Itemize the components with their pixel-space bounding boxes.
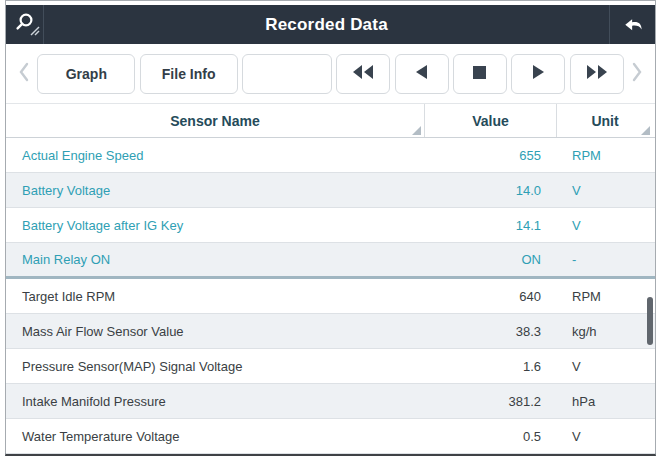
back-button[interactable] bbox=[609, 5, 655, 44]
sensor-name-cell: Battery Voltage bbox=[6, 183, 425, 198]
sensor-value-cell: 381.2 bbox=[425, 394, 557, 409]
step-back-button[interactable] bbox=[395, 54, 449, 94]
sensor-unit-cell: V bbox=[557, 218, 653, 233]
sensor-name-cell: Target Idle RPM bbox=[6, 289, 425, 304]
sensor-value-cell: 640 bbox=[425, 289, 557, 304]
table-row[interactable]: Intake Manifold Pressure 381.2 hPa bbox=[6, 384, 655, 419]
column-header-sensor-name[interactable]: Sensor Name bbox=[6, 104, 425, 137]
scroll-left-button[interactable] bbox=[15, 54, 33, 94]
sensor-unit-cell: hPa bbox=[557, 394, 653, 409]
sensor-name-cell: Intake Manifold Pressure bbox=[6, 394, 425, 409]
fast-forward-button[interactable] bbox=[570, 54, 624, 94]
table-row[interactable]: Battery Voltage after IG Key 14.1 V bbox=[6, 208, 655, 243]
column-label: Sensor Name bbox=[170, 113, 259, 129]
blank-button[interactable] bbox=[242, 54, 332, 94]
sensor-value-cell: 14.1 bbox=[425, 218, 557, 233]
column-header-unit[interactable]: Unit bbox=[557, 104, 653, 137]
stop-icon bbox=[472, 65, 487, 83]
sensor-value-cell: ON bbox=[425, 252, 557, 267]
fast-forward-icon bbox=[586, 64, 608, 83]
table-row[interactable]: Main Relay ON ON - bbox=[6, 243, 655, 279]
scroll-right-button[interactable] bbox=[628, 54, 646, 94]
sensor-unit-cell: RPM bbox=[557, 148, 653, 163]
sensor-value-cell: 655 bbox=[425, 148, 557, 163]
step-back-icon bbox=[414, 64, 430, 83]
search-button[interactable] bbox=[6, 5, 44, 44]
resize-handle-icon bbox=[30, 22, 40, 40]
sort-handle-icon bbox=[641, 126, 650, 135]
sensor-unit-cell: RPM bbox=[557, 289, 653, 304]
sensor-value-cell: 0.5 bbox=[425, 429, 557, 444]
table-row[interactable]: Battery Voltage 14.0 V bbox=[6, 173, 655, 208]
stop-button[interactable] bbox=[453, 54, 507, 94]
play-icon bbox=[530, 64, 546, 83]
sensor-name-cell: Battery Voltage after IG Key bbox=[6, 218, 425, 233]
sensor-unit-cell: V bbox=[557, 183, 653, 198]
play-button[interactable] bbox=[511, 54, 565, 94]
chevron-left-icon bbox=[18, 62, 30, 86]
sensor-name-cell: Main Relay ON bbox=[6, 252, 425, 267]
table-body: Actual Engine Speed 655 RPM Battery Volt… bbox=[6, 138, 655, 454]
column-label: Unit bbox=[591, 113, 618, 129]
sensor-name-cell: Water Temperature Voltage bbox=[6, 429, 425, 444]
sensor-value-cell: 14.0 bbox=[425, 183, 557, 198]
sensor-unit-cell: - bbox=[557, 252, 653, 267]
table-row[interactable]: Mass Air Flow Sensor Value 38.3 kg/h bbox=[6, 314, 655, 349]
table-row[interactable]: Actual Engine Speed 655 RPM bbox=[6, 138, 655, 173]
graph-button[interactable]: Graph bbox=[37, 54, 135, 94]
sensor-unit-cell: kg/h bbox=[557, 324, 653, 339]
recorded-data-window: Recorded Data Graph File Info bbox=[5, 0, 656, 456]
file-info-button[interactable]: File Info bbox=[140, 54, 238, 94]
sensor-value-cell: 1.6 bbox=[425, 359, 557, 374]
page-title: Recorded Data bbox=[44, 5, 609, 44]
table-header: Sensor Name Value Unit bbox=[6, 103, 655, 138]
column-label: Value bbox=[472, 113, 509, 129]
sensor-unit-cell: V bbox=[557, 359, 653, 374]
table-row[interactable]: Pressure Sensor(MAP) Signal Voltage 1.6 … bbox=[6, 349, 655, 384]
sensor-name-cell: Pressure Sensor(MAP) Signal Voltage bbox=[6, 359, 425, 374]
sensor-unit-cell: V bbox=[557, 429, 653, 444]
return-arrow-icon bbox=[620, 11, 646, 39]
chevron-right-icon bbox=[631, 62, 643, 86]
sensor-name-cell: Actual Engine Speed bbox=[6, 148, 425, 163]
column-header-value[interactable]: Value bbox=[425, 104, 557, 137]
sensor-name-cell: Mass Air Flow Sensor Value bbox=[6, 324, 425, 339]
sort-handle-icon bbox=[412, 126, 421, 135]
rewind-button[interactable] bbox=[336, 54, 390, 94]
scrollbar-thumb[interactable] bbox=[647, 297, 653, 345]
table-row[interactable]: Target Idle RPM 640 RPM bbox=[6, 279, 655, 314]
sensor-value-cell: 38.3 bbox=[425, 324, 557, 339]
toolbar: Graph File Info bbox=[6, 44, 655, 103]
titlebar: Recorded Data bbox=[6, 5, 655, 44]
rewind-icon bbox=[352, 64, 374, 83]
table-row[interactable]: Water Temperature Voltage 0.5 V bbox=[6, 419, 655, 454]
